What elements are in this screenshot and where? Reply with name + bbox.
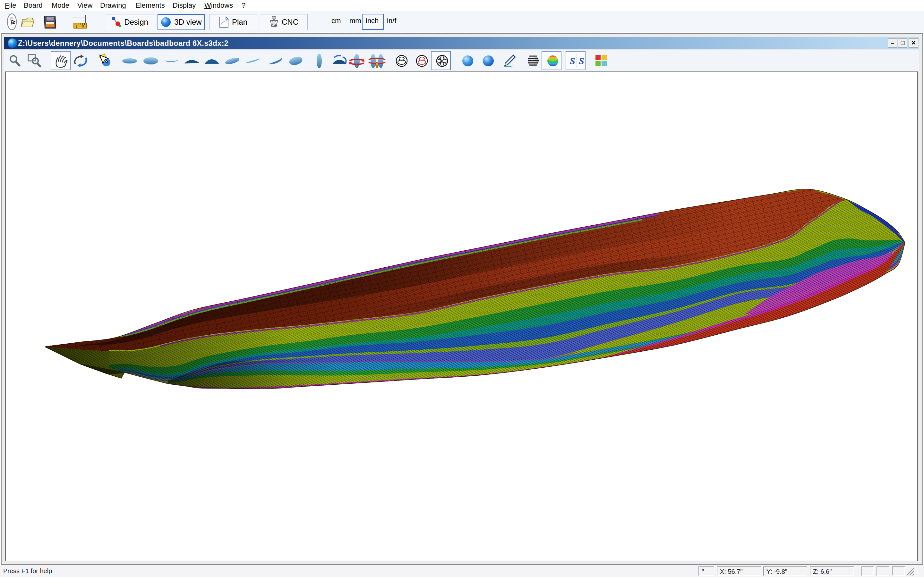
svg-text:0: 0 (82, 25, 84, 28)
svg-text:S: S (579, 55, 584, 66)
svg-text:S: S (570, 55, 575, 66)
svg-text:1: 1 (75, 25, 78, 28)
